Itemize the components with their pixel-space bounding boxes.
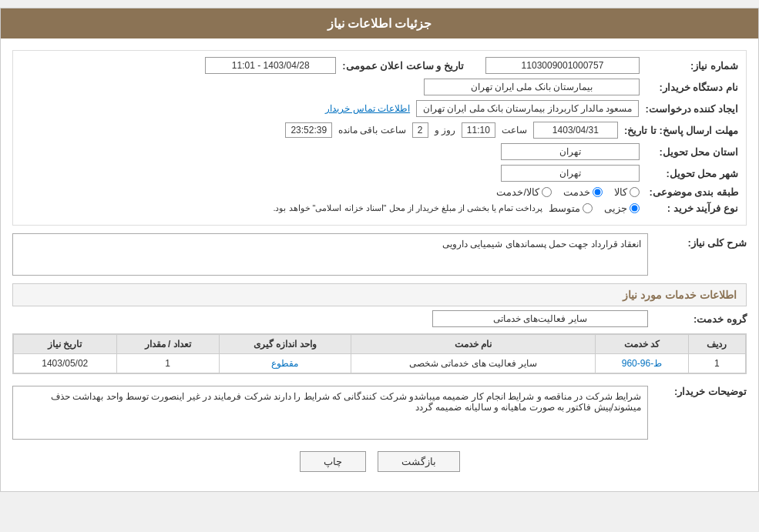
col-header-quantity: تعداد / مقدار — [116, 335, 219, 354]
need-number-value: 1103009001000757 — [485, 57, 640, 74]
time-remaining: 23:52:39 — [285, 122, 332, 138]
province-value: تهران — [501, 143, 640, 160]
time-remaining-label: ساعت باقی مانده — [338, 125, 406, 136]
col-header-date: تاریخ نیاز — [14, 335, 117, 354]
cell-quantity: 1 — [116, 354, 219, 373]
creator-label: ایجاد کننده درخواست: — [645, 103, 738, 115]
response-deadline-label: مهلت ارسال پاسخ: تا تاریخ: — [624, 125, 738, 136]
back-button[interactable]: بازگشت — [378, 451, 460, 472]
page-header: جزئیات اطلاعات نیاز — [1, 8, 758, 38]
days-value: 2 — [412, 122, 428, 138]
purchase-type-label: نوع فرآیند خرید : — [646, 202, 738, 214]
province-label: استان محل تحویل: — [646, 146, 738, 158]
purchase-note: پرداخت تمام یا بخشی از مبلغ خریدار از مح… — [273, 203, 542, 213]
cell-date: 1403/05/02 — [14, 354, 117, 373]
purchase-option-motavasset: متوسط — [549, 202, 593, 214]
print-button[interactable]: چاپ — [300, 451, 366, 472]
category-label: طبقه بندی موضوعی: — [646, 186, 738, 198]
cell-unit: مقطوع — [219, 354, 351, 373]
response-time-label: ساعت — [502, 125, 527, 136]
cell-service-code: ط-96-960 — [596, 354, 688, 373]
days-label: روز و — [435, 125, 455, 136]
announce-date-label: تاریخ و ساعت اعلان عمومی: — [342, 60, 464, 72]
col-header-service-code: کد خدمت — [596, 335, 688, 354]
response-time: 11:10 — [462, 122, 495, 138]
need-number-label: شماره نیاز: — [646, 60, 738, 72]
description-value: انعقاد قرارداد جهت حمل پسماندهای شیمیایی… — [12, 233, 648, 276]
services-section-title: اطلاعات خدمات مورد نیاز — [12, 283, 747, 306]
creator-value: مسعود مالدار کاربرداز بیمارستان بانک ملی… — [416, 100, 639, 117]
organization-value: بیمارستان بانک ملی ایران تهران — [424, 79, 640, 95]
category-option-kala: کالا — [614, 186, 640, 198]
category-option-khedmat: خدمت — [563, 186, 603, 198]
cell-service-name: سایر فعالیت های خدماتی شخصی — [351, 354, 596, 373]
purchase-type-radio-group: جزیی متوسط — [549, 202, 640, 214]
contact-link[interactable]: اطلاعات تماس خریدار — [325, 103, 410, 114]
city-label: شهر محل تحویل: — [646, 168, 738, 179]
action-buttons: بازگشت چاپ — [12, 451, 747, 472]
table-row: 1 ط-96-960 سایر فعالیت های خدماتی شخصی م… — [14, 354, 746, 373]
service-group-label: گروه خدمت: — [654, 313, 747, 325]
buyer-notes: شرایط شرکت در مناقصه و شرایط انجام کار ض… — [12, 386, 648, 440]
category-option-kala-khedmat: کالا/خدمت — [496, 186, 552, 198]
city-value: تهران — [501, 165, 640, 182]
services-table: ردیف کد خدمت نام خدمت واحد اندازه گیری ت… — [12, 333, 747, 374]
organization-label: نام دستگاه خریدار: — [646, 82, 738, 93]
description-label: شرح کلی نیاز: — [654, 233, 747, 249]
buyer-notes-label: توضیحات خریدار: — [654, 382, 747, 397]
service-group-value: سایر فعالیت‌های خدماتی — [432, 310, 648, 327]
purchase-option-jozi: جزیی — [604, 202, 640, 214]
col-header-row-num: ردیف — [688, 335, 745, 354]
cell-row-num: 1 — [688, 354, 745, 373]
col-header-service-name: نام خدمت — [351, 335, 596, 354]
announce-date-value: 1403/04/28 - 11:01 — [205, 57, 336, 74]
col-header-unit: واحد اندازه گیری — [219, 335, 351, 354]
category-radio-group: کالا خدمت کالا/خدمت — [496, 186, 640, 198]
response-date: 1403/04/31 — [533, 122, 618, 139]
page-title: جزئیات اطلاعات نیاز — [327, 17, 432, 30]
